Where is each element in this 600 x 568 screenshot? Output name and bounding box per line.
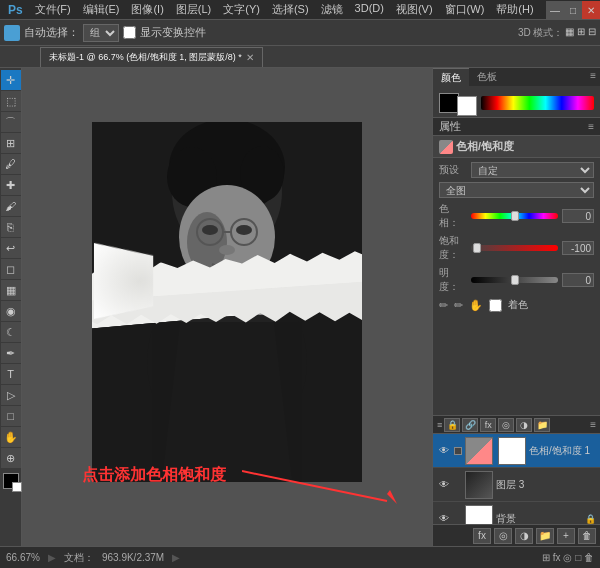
layer-lock-icon: 🔒 [585,514,596,524]
delete-layer-btn[interactable]: 🗑 [578,528,596,544]
preset-dropdown[interactable]: 自定 [471,162,594,178]
pencil-icon[interactable]: ✏ [439,299,448,312]
menu-text[interactable]: 文字(Y) [217,0,266,19]
menu-layer[interactable]: 图层(L) [170,0,217,19]
tools-row: ✏ ✏ ✋ 着色 [439,298,594,312]
new-group-btn[interactable]: 📁 [536,528,554,544]
foreground-color[interactable] [3,473,19,489]
annotation-text: 点击添加色相饱和度 [82,465,226,486]
layer-link-huesat [454,447,462,455]
menu-window[interactable]: 窗口(W) [439,0,491,19]
new-layer-btn[interactable]: + [557,528,575,544]
swatches-tab[interactable]: 色板 [469,68,505,86]
dodge-tool[interactable]: ☾ [1,322,21,342]
transform-checkbox[interactable] [123,26,136,39]
text-tool[interactable]: T [1,364,21,384]
eyedropper-tool[interactable]: 🖋 [1,154,21,174]
options-bar: 自动选择： 组 显示变换控件 3D 模式： ▦ ⊞ ⊟ [0,20,600,46]
gradient-tool[interactable]: ▦ [1,280,21,300]
clone-tool[interactable]: ⎘ [1,217,21,237]
layer-style-btn[interactable]: fx [480,418,496,432]
color-spectrum[interactable] [481,96,594,110]
fg-color-swatch[interactable] [439,93,459,113]
hue-thumb[interactable] [511,211,519,221]
sat-value[interactable] [562,241,594,255]
layer-eye-huesat[interactable]: 👁 [437,444,451,458]
shape-tool[interactable]: □ [1,406,21,426]
menu-image[interactable]: 图像(I) [125,0,169,19]
layer-mask-btn[interactable]: ◎ [498,418,514,432]
bg-color-swatch[interactable] [457,96,477,116]
tab-close[interactable]: ✕ [246,52,254,63]
hue-label: 色相： [439,202,467,230]
colorize-checkbox[interactable] [489,299,502,312]
doc-label: 文档： [64,551,94,565]
layer-item-huesat[interactable]: 👁 色相/饱和度 1 [433,434,600,468]
channel-dropdown[interactable]: 全图 [439,182,594,198]
minimize-button[interactable]: — [546,1,564,19]
bright-value[interactable] [562,273,594,287]
zoom-tool[interactable]: ⊕ [1,448,21,468]
workspace-label: 3D 模式： [518,26,564,40]
eraser-tool[interactable]: ◻ [1,259,21,279]
layer-eye-bg[interactable]: 👁 [437,512,451,525]
layer-thumb-portrait [465,471,493,499]
menu-file[interactable]: 文件(F) [29,0,77,19]
sat-thumb[interactable] [473,243,481,253]
lasso-tool[interactable]: ⌒ [1,112,21,132]
crop-tool[interactable]: ⊞ [1,133,21,153]
hue-track [471,213,558,219]
background-color[interactable] [12,482,22,492]
menu-3d[interactable]: 3D(D) [349,0,390,19]
color-tab[interactable]: 颜色 [433,68,469,86]
menu-view[interactable]: 视图(V) [390,0,439,19]
properties-body: 预设 自定 全图 色相： [433,158,600,320]
sat-slider[interactable] [471,242,558,254]
pen-tool[interactable]: ✒ [1,343,21,363]
layer-adj-btn[interactable]: ◑ [516,418,532,432]
layer-eye-portrait[interactable]: 👁 [437,478,451,492]
path-select-tool[interactable]: ▷ [1,385,21,405]
svg-rect-15 [152,322,302,482]
layer-group-btn[interactable]: 📁 [534,418,550,432]
maximize-button[interactable]: □ [564,1,582,19]
bright-thumb[interactable] [511,275,519,285]
history-brush[interactable]: ↩ [1,238,21,258]
layers-options-icon[interactable]: ≡ [590,419,596,430]
hue-value[interactable] [562,209,594,223]
auto-select-dropdown[interactable]: 组 [83,24,119,42]
move-tool[interactable]: ✛ [1,70,21,90]
menu-edit[interactable]: 编辑(E) [77,0,126,19]
document-tab[interactable]: 未标题-1 @ 66.7% (色相/饱和度 1, 图层蒙版/8) * ✕ [40,47,263,67]
props-options-icon[interactable]: ≡ [588,121,594,132]
svg-line-19 [242,471,387,501]
hand-tool[interactable]: ✋ [1,427,21,447]
layer-mask-thumb-huesat [498,437,526,465]
layers-footer: fx ◎ ◑ 📁 + 🗑 [433,524,600,546]
layer-link-btn[interactable]: 🔗 [462,418,478,432]
close-button[interactable]: ✕ [582,1,600,19]
properties-header: 属性 ≡ [433,118,600,136]
layer-lock-btn[interactable]: 🔒 [444,418,460,432]
selection-tool[interactable]: ⬚ [1,91,21,111]
layer-item-portrait[interactable]: 👁 图层 3 [433,468,600,502]
pencil2-icon[interactable]: ✏ [454,299,463,312]
zoom-level: 66.67% [6,552,40,563]
layer-item-bg[interactable]: 👁 背景 🔒 [433,502,600,524]
svg-point-12 [219,245,235,255]
menu-filter[interactable]: 滤镜 [315,0,349,19]
layer-style-footer-btn[interactable]: fx [473,528,491,544]
new-adj-layer-btn[interactable]: ◑ [515,528,533,544]
panel-options-icon[interactable]: ≡ [586,68,600,86]
bright-slider[interactable] [471,274,558,286]
menu-select[interactable]: 选择(S) [266,0,315,19]
layer-thumb-huesat [465,437,493,465]
tab-label: 未标题-1 @ 66.7% (色相/饱和度 1, 图层蒙版/8) * [49,51,242,64]
brush-tool[interactable]: 🖌 [1,196,21,216]
blur-tool[interactable]: ◉ [1,301,21,321]
hue-slider[interactable] [471,210,558,222]
hand-icon[interactable]: ✋ [469,299,483,312]
heal-tool[interactable]: ✚ [1,175,21,195]
menu-help[interactable]: 帮助(H) [490,0,539,19]
layer-mask-footer-btn[interactable]: ◎ [494,528,512,544]
